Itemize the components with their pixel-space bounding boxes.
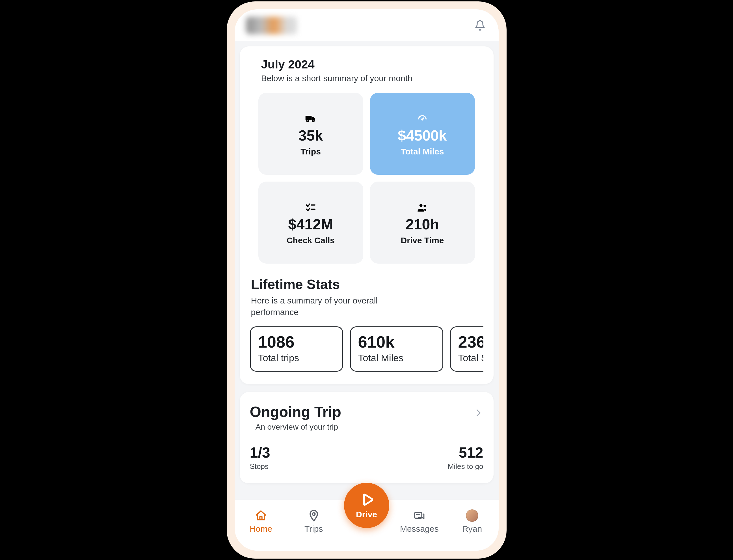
lifetime-subtitle: Here is a summary of your overall perfor… <box>251 295 398 318</box>
ongoing-trip-card[interactable]: Ongoing Trip An overview of your trip 1/… <box>240 392 493 483</box>
svg-point-2 <box>422 119 423 120</box>
tile-total-miles-value: $4500k <box>398 128 447 143</box>
svg-point-7 <box>313 513 315 515</box>
month-summary-card: July 2024 Below is a short summary of yo… <box>240 46 493 384</box>
tab-bar: Home Trips Messages Ryan Drive <box>235 500 499 551</box>
lifetime-title: Lifetime Stats <box>251 277 483 292</box>
lifetime-card-miles[interactable]: 610k Total Miles <box>350 326 443 372</box>
ongoing-miles: 512 Miles to go <box>448 445 483 471</box>
ongoing-title: Ongoing Trip <box>250 403 342 420</box>
svg-point-0 <box>307 120 309 122</box>
chevron-right-icon[interactable] <box>473 408 483 418</box>
tile-drive-time[interactable]: 210h Drive Time <box>370 182 475 264</box>
speed-icon <box>417 113 428 124</box>
tab-home-label: Home <box>250 524 272 534</box>
ongoing-miles-label: Miles to go <box>448 462 483 471</box>
tile-total-miles-label: Total Miles <box>401 147 444 156</box>
tile-check-calls-value: $412M <box>288 217 333 232</box>
tab-profile-label: Ryan <box>462 524 482 534</box>
tile-check-calls[interactable]: $412M Check Calls <box>258 182 363 264</box>
app-logo <box>246 17 297 34</box>
ongoing-stops-value: 1/3 <box>250 445 270 460</box>
home-icon <box>255 509 267 522</box>
tile-trips-label: Trips <box>301 147 321 156</box>
ongoing-miles-value: 512 <box>448 445 483 460</box>
ongoing-stops: 1/3 Stops <box>250 445 270 471</box>
lifetime-miles-label: Total Miles <box>358 352 435 363</box>
month-title: July 2024 <box>261 58 483 71</box>
svg-point-1 <box>313 120 314 122</box>
drive-label: Drive <box>356 510 377 519</box>
lifetime-miles-value: 610k <box>358 333 435 351</box>
app-header <box>235 9 499 41</box>
lifetime-card-trips[interactable]: 1086 Total trips <box>250 326 343 372</box>
month-tiles-grid: 35k Trips $4500k Total Miles <box>250 93 483 264</box>
bell-icon <box>474 20 486 31</box>
lifetime-trips-value: 1086 <box>258 333 335 351</box>
avatar <box>466 509 478 522</box>
tile-trips[interactable]: 35k Trips <box>258 93 363 175</box>
month-subtitle: Below is a short summary of your month <box>261 74 483 83</box>
tab-profile[interactable]: Ryan <box>448 505 496 534</box>
tile-check-calls-label: Check Calls <box>287 236 335 245</box>
location-icon <box>308 509 320 522</box>
tab-trips[interactable]: Trips <box>290 505 338 534</box>
drive-button[interactable]: Drive <box>344 483 389 528</box>
truck-icon <box>305 113 316 124</box>
tab-messages-label: Messages <box>400 524 439 534</box>
scroll-content[interactable]: July 2024 Below is a short summary of yo… <box>235 41 499 500</box>
ongoing-stops-label: Stops <box>250 462 270 471</box>
checklist-icon <box>305 202 316 213</box>
lifetime-partial-value: 236 <box>458 333 483 351</box>
lifetime-partial-label: Total S <box>458 352 483 363</box>
svg-point-5 <box>419 204 422 207</box>
device-bezel: July 2024 Below is a short summary of yo… <box>227 1 506 559</box>
ongoing-subtitle: An overview of your trip <box>256 423 342 432</box>
tab-messages[interactable]: Messages <box>395 505 443 534</box>
tile-drive-time-value: 210h <box>406 217 439 232</box>
tile-trips-value: 35k <box>299 128 323 143</box>
people-icon <box>417 202 428 213</box>
tab-trips-label: Trips <box>305 524 323 534</box>
notifications-button[interactable] <box>473 18 487 33</box>
screen: July 2024 Below is a short summary of yo… <box>235 9 499 551</box>
tile-drive-time-label: Drive Time <box>401 236 444 245</box>
svg-point-6 <box>423 205 426 207</box>
lifetime-trips-label: Total trips <box>258 352 335 363</box>
play-icon <box>358 492 375 509</box>
tile-total-miles[interactable]: $4500k Total Miles <box>370 93 475 175</box>
lifetime-scroll[interactable]: 1086 Total trips 610k Total Miles 236 To… <box>250 326 483 372</box>
lifetime-card-partial[interactable]: 236 Total S <box>450 326 483 372</box>
tab-home[interactable]: Home <box>237 505 285 534</box>
messages-icon <box>413 509 425 522</box>
